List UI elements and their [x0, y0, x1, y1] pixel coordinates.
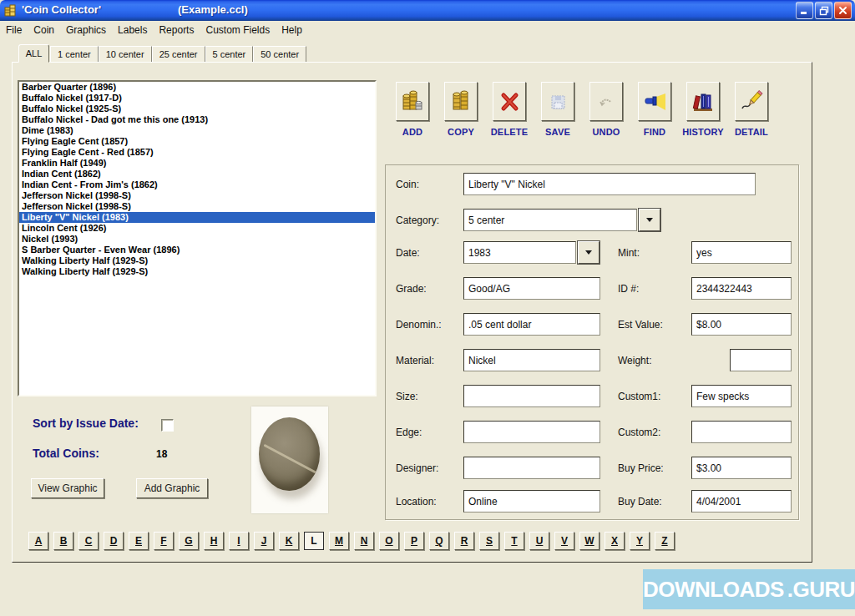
letter-t-button[interactable]: T: [504, 532, 524, 550]
letter-b-button[interactable]: B: [53, 532, 73, 550]
find-button[interactable]: [638, 82, 671, 121]
menu-item-labels[interactable]: Labels: [112, 23, 153, 38]
letter-x-button[interactable]: X: [605, 532, 625, 550]
letter-k-button[interactable]: K: [279, 532, 299, 550]
letter-y-button[interactable]: Y: [630, 532, 650, 550]
list-item[interactable]: Lincoln Cent (1926): [19, 223, 375, 234]
weight-field[interactable]: [730, 349, 792, 371]
category-field[interactable]: [463, 209, 637, 231]
letter-p-button[interactable]: P: [404, 532, 424, 550]
material-field[interactable]: [463, 349, 600, 371]
tab-strip: 1 center 10 center 25 center 5 center 50…: [50, 46, 306, 62]
add-button[interactable]: [396, 82, 429, 121]
letter-m-button[interactable]: M: [329, 532, 349, 550]
location-field[interactable]: [463, 490, 600, 512]
letter-n-button[interactable]: N: [354, 532, 374, 550]
letter-u-button[interactable]: U: [529, 532, 549, 550]
category-dropdown-button[interactable]: [639, 209, 660, 231]
est-value-field[interactable]: [691, 313, 792, 336]
coin-field[interactable]: [463, 173, 756, 195]
letter-d-button[interactable]: D: [104, 532, 124, 550]
letter-j-button[interactable]: J: [254, 532, 274, 550]
add-button-label: ADD: [402, 127, 422, 137]
menu-item-reports[interactable]: Reports: [153, 23, 200, 38]
grade-field[interactable]: [463, 277, 600, 300]
tab-all[interactable]: ALL: [18, 44, 49, 63]
buy-date-field[interactable]: [691, 490, 792, 512]
letter-h-button[interactable]: H: [204, 532, 224, 550]
letter-r-button[interactable]: R: [454, 532, 474, 550]
date-field[interactable]: [463, 241, 576, 264]
view-graphic-button[interactable]: View Graphic: [31, 478, 104, 498]
designer-field[interactable]: [463, 457, 600, 479]
title-bar[interactable]: 'Coin Collector' (Example.ccl): [0, 0, 855, 21]
close-button[interactable]: [834, 2, 852, 19]
date-dropdown-button[interactable]: [578, 241, 600, 264]
minimize-button[interactable]: [796, 2, 813, 19]
list-item[interactable]: Walking Liberty Half (1929-S): [19, 266, 375, 277]
menu-item-file[interactable]: File: [0, 23, 28, 38]
undo-button[interactable]: [589, 82, 623, 121]
add-graphic-button[interactable]: Add Graphic: [136, 478, 208, 498]
list-item[interactable]: Indian Cent (1862): [19, 169, 375, 179]
tab-50-center[interactable]: 50 center: [253, 46, 306, 62]
list-item[interactable]: Buffalo Nickel - Dad got me this one (19…: [19, 114, 375, 125]
restore-button[interactable]: [815, 2, 832, 19]
list-item[interactable]: S Barber Quarter - Even Wear (1896): [19, 245, 375, 255]
list-item[interactable]: Walking Liberty Half (1929-S): [19, 255, 375, 266]
menu-item-graphics[interactable]: Graphics: [60, 23, 112, 38]
history-button[interactable]: [686, 82, 720, 121]
copy-button-label: COPY: [448, 127, 474, 137]
list-item[interactable]: Franklin Half (1949): [19, 158, 375, 169]
tool-undo: UNDO: [582, 82, 630, 137]
tool-save: SAVE: [534, 82, 582, 137]
list-item[interactable]: Buffalo Nickel (1925-S): [19, 104, 375, 114]
list-item[interactable]: Flying Eagle Cent (1857): [19, 136, 375, 147]
menu-item-custom-fields[interactable]: Custom Fields: [200, 23, 276, 38]
letter-z-button[interactable]: Z: [655, 532, 675, 550]
detail-button[interactable]: [735, 82, 768, 121]
list-item[interactable]: Jefferson Nickel (1998-S): [19, 190, 375, 201]
letter-f-button[interactable]: F: [154, 532, 174, 550]
tool-detail: DETAIL: [727, 82, 776, 137]
letter-e-button[interactable]: E: [129, 532, 149, 550]
letter-g-button[interactable]: G: [179, 532, 199, 550]
copy-button[interactable]: [444, 82, 478, 121]
list-item[interactable]: Flying Eagle Cent - Red (1857): [19, 147, 375, 158]
letter-c-button[interactable]: C: [78, 532, 99, 550]
delete-button[interactable]: [493, 82, 526, 121]
list-item[interactable]: Jefferson Nickel (1998-S): [19, 201, 375, 212]
tab-1-center[interactable]: 1 center: [50, 46, 99, 62]
edge-field[interactable]: [463, 421, 600, 443]
list-item[interactable]: Indian Cent - From Jim's (1862): [19, 179, 375, 190]
menu-item-coin[interactable]: Coin: [28, 23, 60, 38]
letter-v-button[interactable]: V: [554, 532, 574, 550]
custom2-field[interactable]: [691, 421, 792, 443]
size-field[interactable]: [463, 385, 600, 407]
material-field-label: Material:: [396, 355, 434, 366]
buy-price-field[interactable]: [691, 457, 792, 479]
list-item[interactable]: Buffalo Nickel (1917-D): [19, 93, 375, 104]
denomination-field[interactable]: [463, 313, 600, 336]
letter-q-button[interactable]: Q: [429, 532, 449, 550]
sort-by-issue-date-checkbox[interactable]: [161, 419, 174, 432]
letter-s-button[interactable]: S: [479, 532, 499, 550]
coin-listbox[interactable]: Barber Quarter (1896) Buffalo Nickel (19…: [18, 80, 377, 396]
mint-field[interactable]: [691, 241, 792, 264]
letter-i-button[interactable]: I: [229, 532, 249, 550]
menu-item-help[interactable]: Help: [276, 23, 308, 38]
tab-25-center[interactable]: 25 center: [152, 46, 205, 62]
letter-w-button[interactable]: W: [579, 532, 600, 550]
letter-o-button[interactable]: O: [379, 532, 399, 550]
tab-10-center[interactable]: 10 center: [99, 46, 152, 62]
list-item[interactable]: Barber Quarter (1896): [19, 82, 375, 93]
id-field[interactable]: [691, 277, 792, 300]
list-item-selected[interactable]: Liberty "V" Nickel (1983): [19, 212, 375, 223]
save-button[interactable]: [541, 82, 574, 121]
list-item[interactable]: Dime (1983): [19, 125, 375, 136]
custom1-field[interactable]: [691, 385, 792, 407]
letter-a-button[interactable]: A: [28, 532, 48, 550]
list-item[interactable]: Nickel (1993): [19, 234, 375, 245]
tab-5-center[interactable]: 5 center: [205, 46, 254, 62]
letter-l-button-active[interactable]: L: [304, 532, 324, 550]
